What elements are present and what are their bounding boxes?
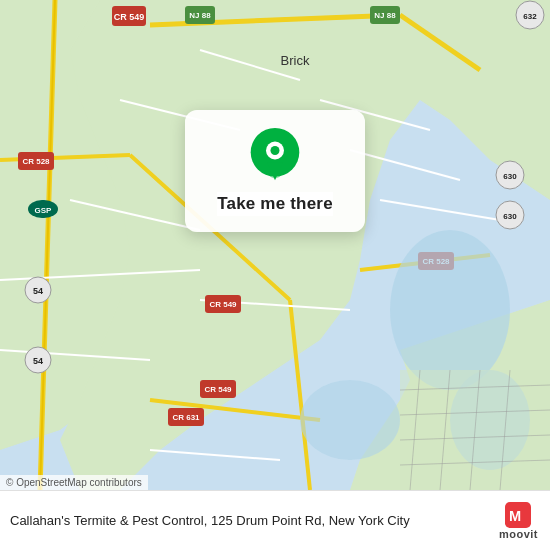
take-me-there-button[interactable]: Take me there <box>217 192 333 216</box>
svg-text:CR 549: CR 549 <box>204 385 232 394</box>
location-description: Callahan's Termite & Pest Control, 125 D… <box>10 512 410 530</box>
footer: Callahan's Termite & Pest Control, 125 D… <box>0 490 550 550</box>
svg-text:632: 632 <box>523 12 537 21</box>
svg-text:54: 54 <box>33 286 43 296</box>
svg-text:Brick: Brick <box>281 53 310 68</box>
svg-text:CR 549: CR 549 <box>114 12 145 22</box>
svg-text:M: M <box>510 507 522 523</box>
moovit-text: moovit <box>499 528 538 540</box>
osm-text: © OpenStreetMap contributors <box>6 477 142 488</box>
osm-attribution: © OpenStreetMap contributors <box>0 475 148 490</box>
svg-text:630: 630 <box>503 212 517 221</box>
map-background: CR 549 NJ 88 CR 528 GSP 54 54 CR 549 CR … <box>0 0 550 490</box>
svg-point-53 <box>390 230 510 390</box>
svg-text:NJ 88: NJ 88 <box>374 11 396 20</box>
map-container: CR 549 NJ 88 CR 528 GSP 54 54 CR 549 CR … <box>0 0 550 490</box>
svg-text:54: 54 <box>33 356 43 366</box>
svg-text:CR 549: CR 549 <box>209 300 237 309</box>
moovit-icon: M <box>505 502 531 528</box>
svg-text:CR 528: CR 528 <box>22 157 50 166</box>
svg-text:630: 630 <box>503 172 517 181</box>
navigation-card: Take me there <box>185 110 365 232</box>
svg-text:NJ 88: NJ 88 <box>189 11 211 20</box>
svg-text:CR 631: CR 631 <box>172 413 200 422</box>
moovit-logo: M moovit <box>499 502 538 540</box>
location-pin-icon <box>248 128 302 182</box>
svg-point-69 <box>271 146 280 155</box>
svg-text:GSP: GSP <box>35 206 53 215</box>
svg-point-55 <box>300 380 400 460</box>
